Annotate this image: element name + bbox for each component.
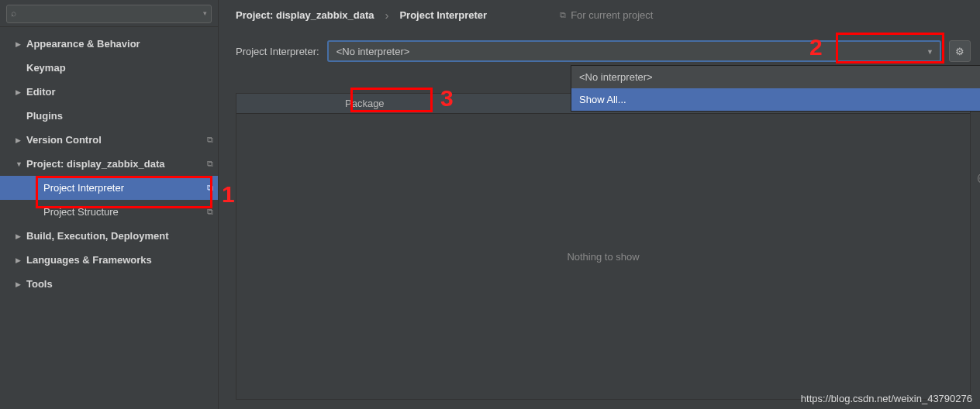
sidebar-item-label: Editor bbox=[26, 86, 213, 98]
sidebar-item-project[interactable]: ▼ Project: display_zabbix_data ⧉ bbox=[0, 152, 218, 176]
sidebar-item-editor[interactable]: ▶ Editor bbox=[0, 80, 218, 104]
interpreter-dropdown: <No interpreter> Show All... bbox=[571, 65, 980, 112]
sidebar-item-label: Plugins bbox=[26, 110, 213, 122]
expand-arrow-icon: ▶ bbox=[16, 40, 26, 48]
sidebar-item-tools[interactable]: ▶ Tools bbox=[0, 272, 218, 296]
sidebar-item-label: Project Interpreter bbox=[43, 182, 204, 194]
collapse-arrow-icon: ▼ bbox=[16, 160, 26, 168]
interpreter-label: Project Interpreter: bbox=[236, 46, 319, 57]
settings-sidebar: ⌕ ▾ ▶ Appearance & Behavior ▶ Keymap ▶ E… bbox=[0, 0, 219, 409]
gear-icon: ⚙ bbox=[955, 46, 964, 57]
sidebar-item-label: Build, Execution, Deployment bbox=[26, 230, 213, 242]
sidebar-item-label: Version Control bbox=[26, 134, 204, 146]
package-header-col: Package bbox=[236, 98, 385, 109]
scope-hint-label: For current project bbox=[571, 9, 653, 21]
sidebar-item-plugins[interactable]: ▶ Plugins bbox=[0, 104, 218, 128]
expand-arrow-icon: ▶ bbox=[16, 256, 26, 264]
package-table: Package Nothing to show ＋ − ▲ ◉ bbox=[236, 93, 971, 400]
show-early-releases-icon[interactable]: ◉ bbox=[977, 169, 980, 186]
scope-icon: ⧉ bbox=[207, 207, 213, 217]
sidebar-item-label: Project: display_zabbix_data bbox=[26, 158, 204, 170]
interpreter-option-show-all[interactable]: Show All... bbox=[571, 88, 980, 111]
sidebar-item-project-interpreter[interactable]: Project Interpreter ⧉ bbox=[0, 176, 218, 200]
search-row: ⌕ ▾ bbox=[0, 0, 218, 27]
interpreter-selected-value: <No interpreter> bbox=[336, 46, 410, 57]
interpreter-row: Project Interpreter: <No interpreter> ▼ … bbox=[219, 29, 980, 67]
interpreter-settings-button[interactable]: ⚙ bbox=[949, 40, 971, 62]
sidebar-item-appearance[interactable]: ▶ Appearance & Behavior bbox=[0, 32, 218, 56]
expand-arrow-icon: ▶ bbox=[16, 136, 26, 144]
empty-state-text: Nothing to show bbox=[567, 251, 639, 263]
scope-hint: ⧉ For current project bbox=[560, 9, 653, 21]
expand-arrow-icon: ▶ bbox=[16, 280, 26, 288]
sidebar-item-label: Languages & Frameworks bbox=[26, 254, 213, 266]
sidebar-item-label: Appearance & Behavior bbox=[26, 38, 213, 50]
main-panel: Project: display_zabbix_data › Project I… bbox=[219, 0, 980, 409]
sidebar-item-label: Tools bbox=[26, 278, 213, 290]
chevron-down-icon: ▼ bbox=[927, 48, 933, 56]
breadcrumb-root[interactable]: Project: display_zabbix_data bbox=[236, 9, 374, 21]
package-toolbar: ＋ − ▲ ◉ bbox=[970, 93, 980, 400]
sidebar-item-project-structure[interactable]: Project Structure ⧉ bbox=[0, 200, 218, 224]
interpreter-option-none[interactable]: <No interpreter> bbox=[571, 66, 980, 88]
scope-icon: ⧉ bbox=[560, 10, 566, 20]
dropdown-item-label: Show All... bbox=[579, 94, 626, 105]
dropdown-item-label: <No interpreter> bbox=[579, 71, 653, 83]
breadcrumb-leaf: Project Interpreter bbox=[399, 9, 487, 21]
expand-arrow-icon: ▶ bbox=[16, 232, 26, 240]
sidebar-item-version-control[interactable]: ▶ Version Control ⧉ bbox=[0, 128, 218, 152]
sidebar-item-keymap[interactable]: ▶ Keymap bbox=[0, 56, 218, 80]
breadcrumb-separator-icon: › bbox=[385, 9, 388, 22]
scope-icon: ⧉ bbox=[207, 159, 213, 169]
sidebar-item-languages[interactable]: ▶ Languages & Frameworks bbox=[0, 248, 218, 272]
sidebar-item-build[interactable]: ▶ Build, Execution, Deployment bbox=[0, 224, 218, 248]
package-table-body: Nothing to show bbox=[236, 114, 970, 399]
breadcrumb: Project: display_zabbix_data › Project I… bbox=[219, 0, 980, 29]
settings-tree: ▶ Appearance & Behavior ▶ Keymap ▶ Edito… bbox=[0, 27, 218, 409]
sidebar-item-label: Keymap bbox=[26, 62, 213, 74]
watermark-text: https://blog.csdn.net/weixin_43790276 bbox=[801, 393, 972, 404]
interpreter-select[interactable]: <No interpreter> ▼ bbox=[327, 40, 941, 62]
scope-icon: ⧉ bbox=[207, 135, 213, 145]
search-input[interactable] bbox=[6, 5, 212, 23]
expand-arrow-icon: ▶ bbox=[16, 88, 26, 96]
sidebar-item-label: Project Structure bbox=[43, 206, 204, 218]
scope-icon: ⧉ bbox=[207, 183, 213, 193]
